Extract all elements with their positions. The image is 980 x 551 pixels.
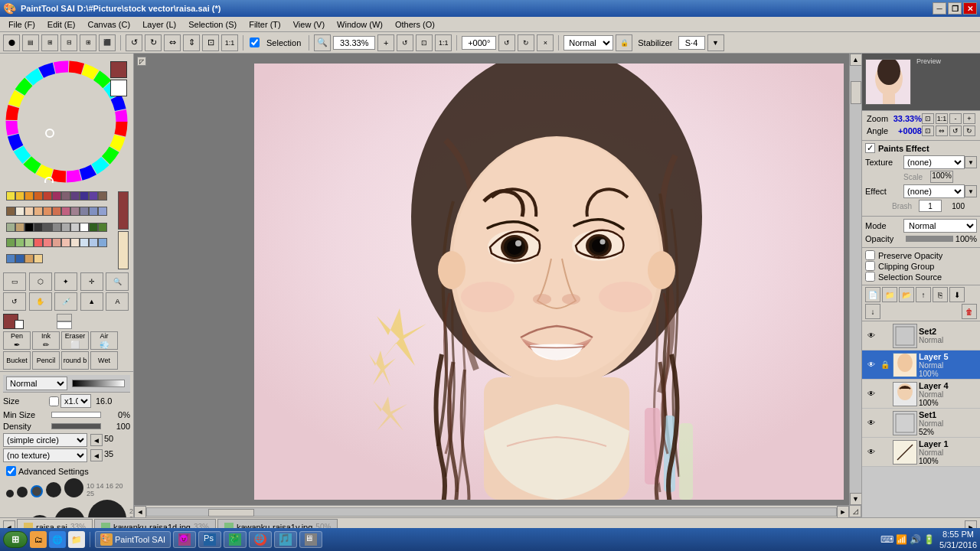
layer-up-btn[interactable]: ↑ [916, 287, 931, 302]
toolbar-btn-1[interactable]: ⬤ [3, 34, 20, 51]
tool-rotate[interactable]: ↺ [3, 292, 26, 311]
swatch[interactable] [6, 207, 15, 216]
layer-delete-btn[interactable]: 🗑 [962, 304, 977, 319]
clipping-group-checkbox[interactable] [865, 261, 875, 271]
swatch[interactable] [15, 207, 24, 216]
swatch[interactable] [61, 207, 70, 216]
swatch[interactable] [70, 207, 80, 216]
blend-mode-dropdown[interactable]: Normal [564, 35, 613, 51]
angle-reset[interactable]: ⊡ [922, 126, 934, 136]
swatch[interactable] [61, 223, 70, 232]
taskbar-app-ps[interactable]: Ps [198, 531, 221, 548]
toolbar-rot-reset[interactable]: × [537, 34, 554, 51]
close-button[interactable]: ✕ [963, 2, 977, 15]
swatch[interactable] [24, 223, 34, 232]
layer-set2[interactable]: 👁 Set2 Normal [862, 321, 980, 350]
corner-resize[interactable]: ◿ [849, 505, 861, 517]
effect-dropdown[interactable]: (none) [903, 184, 965, 198]
foreground-color[interactable] [110, 61, 127, 78]
preserve-opacity-checkbox[interactable] [865, 250, 875, 260]
toolbar-btn-6[interactable]: ⬛ [99, 34, 116, 51]
taskbar-app-chrome[interactable]: 🌐 [249, 531, 272, 548]
swatch[interactable] [15, 223, 24, 232]
menu-layer[interactable]: Layer (L) [137, 18, 181, 31]
brush-dot-10[interactable] [6, 490, 14, 497]
new-group-btn[interactable]: 📁 [882, 287, 897, 302]
menu-filter[interactable]: Filter (T) [243, 18, 286, 31]
toolbar-btn-2[interactable]: ▤ [22, 34, 39, 51]
toolbar-rotate-ccw[interactable]: ↺ [126, 34, 142, 51]
minimize-button[interactable]: ─ [933, 2, 946, 15]
fg-swatch[interactable] [118, 191, 129, 230]
vertical-scrollbar[interactable]: ▲ ▼ [849, 54, 861, 505]
swatch[interactable] [34, 191, 43, 201]
size-checkbox[interactable] [49, 396, 59, 406]
opacity-slider[interactable] [906, 236, 953, 242]
swatch[interactable] [70, 191, 80, 201]
layer-set2-lock[interactable] [879, 330, 891, 342]
layer-5-lock[interactable]: 🔒 [879, 359, 891, 371]
swatch[interactable] [52, 191, 61, 201]
toolbar-btn-3[interactable]: ⊞ [41, 34, 58, 51]
toolbar-1x[interactable]: 1:1 [221, 34, 238, 51]
toolbar-zoom-fit[interactable]: ⊡ [416, 34, 433, 51]
taskbar-icon-folder[interactable]: 📁 [68, 531, 85, 548]
swatch[interactable] [43, 207, 52, 216]
swatch[interactable] [61, 191, 70, 201]
menu-window[interactable]: Window (W) [332, 18, 388, 31]
horizontal-scrollbar[interactable]: ◄ ► [134, 505, 849, 517]
sub-tool-bucket[interactable]: Bucket [3, 351, 31, 370]
swatch[interactable] [34, 223, 43, 232]
toolbar-btn-5[interactable]: ⊞ [80, 34, 96, 51]
swatch[interactable] [52, 223, 61, 232]
start-button[interactable]: ⊞ [3, 531, 28, 548]
toolbar-flip-h[interactable]: ⇔ [164, 34, 181, 51]
menu-edit[interactable]: Edit (E) [42, 18, 81, 31]
swatch[interactable] [89, 238, 98, 247]
new-folder-btn[interactable]: 📂 [899, 287, 914, 302]
swatch[interactable] [89, 207, 98, 216]
layer-merge-btn[interactable]: ⬇ [949, 287, 965, 302]
taskbar-app-dragon[interactable]: 🐉 [224, 531, 247, 548]
scroll-v-thumb[interactable] [851, 81, 861, 104]
swatch[interactable] [15, 238, 24, 247]
swatch[interactable] [61, 238, 70, 247]
layer-1-lock[interactable] [879, 446, 891, 458]
brush-mode-select[interactable]: Normal [6, 377, 67, 390]
minsize-slider[interactable] [51, 412, 101, 418]
effect-expand[interactable]: ▼ [965, 185, 977, 197]
layer-1-eye[interactable]: 👁 [865, 446, 877, 458]
sub-tool-wet[interactable]: Wet [90, 351, 118, 370]
layer-copy-btn[interactable]: ⎘ [933, 287, 948, 302]
swatch[interactable] [98, 191, 107, 201]
scroll-up-btn[interactable]: ▲ [850, 54, 862, 66]
toolbar-fit[interactable]: ⊡ [202, 34, 219, 51]
toolbar-rotate-cw[interactable]: ↻ [145, 34, 162, 51]
tool-move[interactable]: ✛ [80, 272, 103, 291]
sub-tool-pencil[interactable]: Pencil [32, 351, 60, 370]
tool-zoom[interactable]: 🔍 [106, 272, 129, 291]
zoom-preset-1[interactable]: ⊡ [922, 113, 934, 124]
sub-tool-round[interactable]: round b [61, 351, 89, 370]
tool-eyedrop[interactable]: 💉 [54, 292, 77, 311]
brush-dot-25[interactable] [64, 478, 83, 497]
swatch[interactable] [34, 238, 43, 247]
system-clock[interactable]: 8:55 PM 5/31/2016 [939, 529, 977, 551]
taskbar-app-monitor[interactable]: 🖥 [299, 531, 322, 548]
swatch[interactable] [80, 191, 89, 201]
swatch[interactable] [80, 223, 89, 232]
zoom-input[interactable] [333, 36, 375, 50]
scroll-down-btn[interactable]: ▼ [850, 493, 862, 505]
brush-dot-30[interactable] [28, 515, 51, 517]
layer-mode-dropdown[interactable]: Normal [903, 219, 977, 233]
swatch[interactable] [6, 238, 15, 247]
swatch[interactable] [80, 238, 89, 247]
zoom-preset-2[interactable]: 1:1 [936, 113, 948, 124]
layer-5-eye[interactable]: 👁 [865, 359, 877, 371]
toolbar-btn-4[interactable]: ⊟ [60, 34, 77, 51]
brush-dot-16[interactable] [31, 485, 43, 497]
taskbar-app-painttool[interactable]: 🎨 PaintTool SAI [95, 531, 171, 548]
layer-set2-eye[interactable]: 👁 [865, 330, 877, 342]
canvas-container[interactable] [134, 54, 849, 505]
paints-effect-checkbox[interactable]: ✓ [865, 143, 875, 153]
